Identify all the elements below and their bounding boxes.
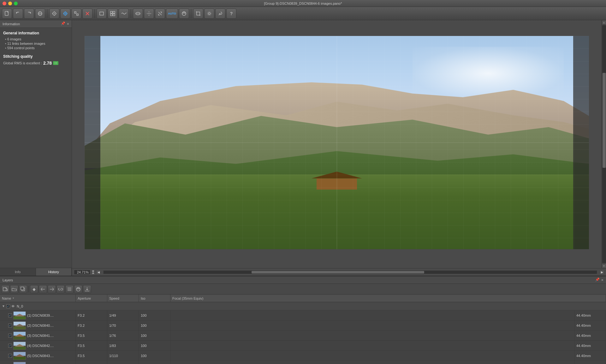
col-name-header[interactable]: Name ▼	[0, 295, 76, 302]
undo-button[interactable]	[13, 9, 23, 19]
layer-2-thumbnail	[13, 321, 26, 330]
color-button[interactable]	[179, 9, 189, 19]
scroll-left-button[interactable]: ◀	[96, 270, 101, 274]
add-cp-button[interactable]	[71, 9, 81, 19]
layer-2-checkbox[interactable]	[8, 324, 12, 327]
layer-5-speed: 1/110	[107, 351, 139, 361]
col-focal-header[interactable]: Focal (35mm Equiv)	[170, 295, 606, 302]
minimize-button[interactable]	[8, 2, 12, 5]
group-expand-icon[interactable]: ▼	[2, 304, 5, 308]
scroll-right-button[interactable]: ▶	[600, 270, 604, 274]
panel-close-icon[interactable]: ×	[67, 21, 69, 26]
zoom-input[interactable]: 24.71%	[74, 270, 90, 275]
svg-point-25	[149, 13, 150, 14]
col-aperture-header[interactable]: Aperture	[76, 295, 107, 302]
link-images-btn[interactable]	[56, 285, 65, 293]
pano-button[interactable]	[133, 9, 143, 19]
crosshair2-button[interactable]	[60, 9, 70, 19]
layers-toolbar	[0, 284, 606, 295]
scrollbar-thumb-horizontal[interactable]	[252, 271, 424, 273]
tab-history[interactable]: History	[36, 268, 72, 276]
add-image-button[interactable]	[1, 285, 9, 293]
layer-row-4[interactable]: (4) DSCN0842.... F3.5 1/83 100 44.40mm	[0, 341, 606, 351]
group-checkbox[interactable]	[6, 304, 10, 308]
tools-button[interactable]	[215, 9, 225, 19]
layer-1-name-cell: (1) DSCN0839....	[0, 310, 76, 320]
auto-button[interactable]: AUTO	[166, 9, 178, 19]
crosshair1-button[interactable]	[49, 9, 59, 19]
layer-4-aperture: F3.5	[76, 341, 107, 350]
scroll-track-vertical[interactable]	[602, 25, 606, 263]
scroll-up-button[interactable]: ▲	[602, 20, 606, 25]
redo-button[interactable]	[24, 9, 34, 19]
canvas-area[interactable]	[72, 20, 602, 268]
layer-4-focal-empty	[170, 341, 574, 350]
layer-3-name: (3) DSCN0841....	[27, 334, 54, 338]
layer-3-iso: 100	[139, 331, 170, 340]
add-folder-button[interactable]	[10, 285, 18, 293]
layer-row-3[interactable]: (3) DSCN0841.... F3.5 1/76 100 44.40mm	[0, 331, 606, 341]
close-button[interactable]	[3, 2, 6, 5]
col-speed-header[interactable]: Speed	[107, 295, 139, 302]
layer-3-checkbox[interactable]	[8, 334, 12, 338]
col-iso-header[interactable]: Iso	[139, 295, 170, 302]
rms-value: 2.78	[43, 61, 52, 66]
layer-6-name-cell: (6) DSCN0844....	[0, 361, 76, 364]
panel-pin-icon[interactable]: 📌	[61, 21, 65, 26]
layer-row-5[interactable]: (5) DSCN0843.... F3.5 1/110 100 44.40mm	[0, 351, 606, 361]
wave-button[interactable]	[119, 9, 129, 19]
grid-button[interactable]	[108, 9, 118, 19]
rect-select-button[interactable]	[97, 9, 107, 19]
new-button[interactable]	[2, 9, 12, 19]
remove-right-btn[interactable]	[48, 285, 56, 293]
settings-button[interactable]	[204, 9, 214, 19]
move-button[interactable]	[144, 9, 154, 19]
maximize-button[interactable]	[14, 2, 18, 5]
rms-row: Global RMS is excellent : 2.78 ↑↑	[3, 61, 68, 66]
tab-info[interactable]: Info	[0, 268, 36, 276]
align-btn[interactable]	[65, 285, 74, 293]
toolbar-separator-1	[47, 9, 47, 18]
viewport-scrollbar-vertical[interactable]: ▲ ▼	[602, 20, 606, 268]
layer-group-n0[interactable]: ▼ 👁 N_0	[0, 302, 606, 310]
duplicate-button[interactable]	[19, 285, 27, 293]
layer-4-checkbox[interactable]	[8, 344, 12, 348]
export-btn[interactable]	[83, 285, 91, 293]
help-button[interactable]: ?	[226, 9, 236, 19]
layer-2-name-cell: (2) DSCN0840....	[0, 320, 76, 330]
svg-rect-14	[77, 14, 78, 15]
group-visibility-icon[interactable]: 👁	[11, 304, 15, 308]
layer-3-speed: 1/76	[107, 331, 139, 340]
layer-6-focal-empty	[170, 361, 574, 364]
svg-rect-34	[21, 287, 24, 290]
globe-button[interactable]	[35, 9, 45, 19]
resize-button[interactable]	[155, 9, 165, 19]
layer-row-6[interactable]: (6) DSCN0844.... F4.0 1/142 100 44.40mm	[0, 361, 606, 364]
layer-5-checkbox[interactable]	[8, 354, 12, 358]
scroll-down-button[interactable]: ▼	[602, 264, 606, 268]
blend-btn[interactable]	[74, 285, 82, 293]
remove-left-btn[interactable]	[39, 285, 47, 293]
layer-1-aperture: F3.2	[76, 310, 107, 320]
window-title: [Group 9]-DSCN0839_DSCN0844-6 images.pan…	[264, 2, 342, 5]
info-item-cp: 594 control points	[3, 46, 68, 50]
scrollbar-horizontal[interactable]	[103, 270, 597, 274]
scroll-thumb-vertical[interactable]	[603, 73, 606, 168]
layers-pin-icon[interactable]: 📌	[595, 278, 600, 282]
crop-button[interactable]	[193, 9, 203, 19]
layer-row-2[interactable]: (2) DSCN0840.... F3.2 1/70 100 44.40mm	[0, 320, 606, 331]
layer-6-focal: 44.40mm	[574, 361, 606, 364]
svg-point-27	[208, 13, 210, 15]
layer-1-checkbox[interactable]	[8, 314, 12, 317]
layer-2-focal-empty	[170, 320, 574, 330]
move-up-btn[interactable]	[30, 285, 38, 293]
help-icon: ?	[230, 11, 233, 16]
layer-row-1[interactable]: (1) DSCN0839.... F3.2 1/49 100 44.40mm	[0, 310, 606, 320]
layers-close-icon[interactable]: ×	[601, 278, 603, 282]
info-panel-title: Information	[3, 22, 20, 26]
delete-button[interactable]	[82, 9, 92, 19]
zoom-down-button[interactable]: ▼	[91, 272, 95, 275]
layer-1-focal: 44.40mm	[574, 310, 606, 320]
layer-6-speed: 1/142	[107, 361, 139, 364]
rms-label: Global RMS is excellent :	[3, 61, 42, 65]
